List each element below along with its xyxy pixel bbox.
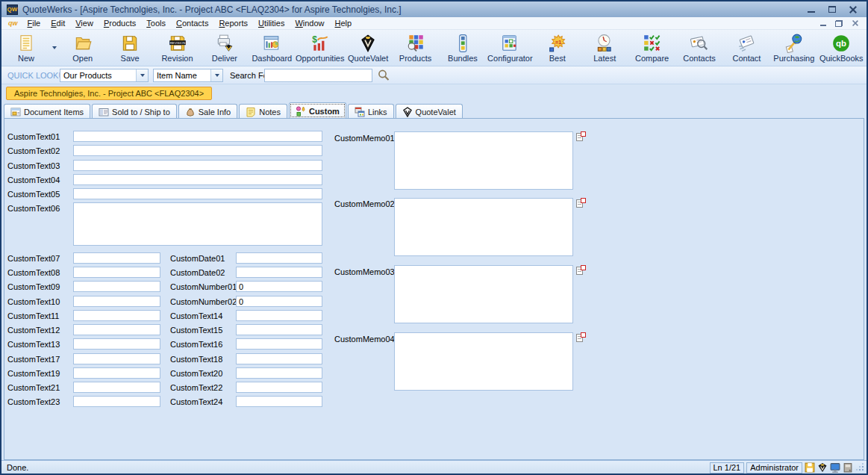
tab-sold-to-ship-to[interactable]: Sold to / Ship to (92, 104, 177, 119)
status-save-button[interactable] (805, 462, 815, 473)
maximize-button[interactable] (828, 6, 836, 13)
tab-notes[interactable]: Notes (239, 104, 287, 119)
field-label: CustomText09 (7, 282, 60, 291)
customtext06-textarea[interactable] (73, 202, 322, 246)
customtext14-input[interactable] (236, 310, 322, 321)
custommemo04-textarea[interactable] (394, 332, 573, 391)
custommemo03-textarea[interactable] (394, 265, 573, 323)
menu-window[interactable]: Window (290, 18, 329, 28)
customtext08-input[interactable] (73, 267, 160, 278)
customtext10-input[interactable] (73, 296, 160, 307)
customnumber02-input[interactable] (236, 296, 322, 307)
menu-contacts[interactable]: Contacts (171, 18, 213, 28)
customtext21-input[interactable] (73, 382, 160, 393)
tab-label: Document Items (24, 108, 84, 117)
custommemo01-textarea[interactable] (394, 131, 573, 190)
menu-file[interactable]: File (22, 18, 46, 28)
customtext09-input[interactable] (73, 281, 160, 292)
mdi-restore-button[interactable] (835, 20, 843, 27)
toolbar-button-configurator[interactable]: Configurator (487, 31, 534, 65)
status-database-button[interactable] (843, 462, 853, 473)
toolbar-label: Compare (635, 54, 669, 63)
toolbar-button-new[interactable]: New (3, 31, 49, 65)
customtext15-input[interactable] (236, 324, 322, 335)
custom-shapes-icon (296, 106, 306, 117)
menu-tools[interactable]: Tools (141, 18, 171, 28)
status-quotevalet-button[interactable] (817, 462, 828, 473)
memo-expand-icon[interactable] (576, 332, 586, 343)
customtext07-input[interactable] (73, 252, 160, 264)
toolbar-label: Opportunities (296, 54, 344, 63)
new-document-icon (16, 34, 36, 53)
customtext12-input[interactable] (73, 324, 160, 335)
customtext04-input[interactable] (73, 174, 322, 185)
toolbar-button-dashboard[interactable]: Dashboard (249, 31, 296, 65)
page-tab-strip: Document Items Sold to / Ship to Sale In… (4, 102, 864, 119)
customtext16-input[interactable] (236, 338, 322, 350)
customtext19-input[interactable] (73, 367, 160, 379)
search-button[interactable] (377, 69, 390, 85)
customtext03-input[interactable] (73, 160, 322, 171)
menu-view[interactable]: View (70, 18, 99, 28)
status-monitor-button[interactable] (830, 462, 840, 473)
toolbar-button-quickbooks[interactable]: qb QuickBooks (818, 31, 865, 65)
customtext11-input[interactable] (73, 310, 160, 321)
customtext02-input[interactable] (73, 145, 322, 156)
new-dropdown-button[interactable] (49, 31, 59, 65)
customtext13-input[interactable] (73, 338, 160, 350)
toolbar-button-products[interactable]: Products (392, 31, 439, 65)
toolbar-button-opportunities[interactable]: $ Opportunities (296, 31, 344, 65)
toolbar-button-purchasing[interactable]: Purchasing (770, 31, 817, 65)
customtext24-input[interactable] (236, 396, 322, 407)
field-label: CustomText07 (7, 254, 60, 263)
minimize-button[interactable] (808, 7, 815, 13)
toolbar-button-bundles[interactable]: Bundles (439, 31, 486, 65)
toolbar-button-revision[interactable]: REVISION Revision (154, 31, 201, 65)
toolbar-button-deliver[interactable]: Deliver (201, 31, 248, 65)
dashboard-icon (262, 34, 281, 53)
mdi-minimize-button[interactable] (820, 21, 826, 26)
toolbar-button-best[interactable]: =1 Best (534, 31, 581, 65)
customtext18-input[interactable] (236, 353, 322, 364)
tab-document-items[interactable]: Document Items (4, 104, 90, 119)
memo-expand-icon[interactable] (576, 198, 586, 208)
toolbar-button-contact[interactable]: Contact (723, 31, 770, 65)
toolbar-button-latest[interactable]: Latest (581, 31, 628, 65)
resize-grip[interactable] (855, 462, 864, 473)
open-document-tab[interactable]: Aspire Technolgies, Inc. - Project ABC <… (6, 87, 212, 100)
customtext01-input[interactable] (73, 131, 322, 142)
customnumber01-input[interactable] (236, 281, 322, 292)
memo-expand-icon[interactable] (576, 265, 586, 276)
lookup-field-dropdown[interactable]: Item Name (153, 69, 223, 82)
lookup-category-dropdown[interactable]: Our Products (60, 69, 149, 82)
menu-products[interactable]: Products (99, 18, 141, 28)
toolbar-button-open[interactable]: Open (59, 31, 106, 65)
mdi-close-button[interactable] (852, 19, 859, 27)
customtext22-input[interactable] (236, 382, 322, 393)
customtext23-input[interactable] (73, 396, 160, 407)
toolbar-button-save[interactable]: Save (106, 31, 153, 65)
close-button[interactable] (849, 6, 857, 13)
toolbar-label: Bundles (448, 54, 478, 63)
customdate01-input[interactable] (236, 252, 322, 264)
customtext05-input[interactable] (73, 188, 322, 199)
customtext20-input[interactable] (236, 367, 322, 379)
toolbar-label: Dashboard (252, 54, 292, 63)
memo-expand-icon[interactable] (576, 131, 586, 142)
toolbar-button-compare[interactable]: Compare (628, 31, 675, 65)
tab-links[interactable]: Links (348, 104, 394, 119)
tab-quotevalet[interactable]: QuoteValet (396, 104, 463, 119)
menu-utilities[interactable]: Utilities (253, 18, 290, 28)
custommemo02-textarea[interactable] (394, 198, 573, 256)
field-label: CustomDate01 (170, 254, 225, 263)
search-input[interactable] (264, 69, 372, 82)
customdate02-input[interactable] (236, 267, 322, 278)
menu-edit[interactable]: Edit (46, 18, 70, 28)
toolbar-button-quotevalet[interactable]: QuoteValet (344, 31, 391, 65)
customtext17-input[interactable] (73, 353, 160, 364)
tab-custom[interactable]: Custom (289, 102, 346, 119)
tab-sale-info[interactable]: Sale Info (178, 104, 237, 119)
menu-help[interactable]: Help (330, 18, 357, 28)
menu-reports[interactable]: Reports (213, 18, 253, 28)
toolbar-button-contacts[interactable]: Contacts (675, 31, 722, 65)
